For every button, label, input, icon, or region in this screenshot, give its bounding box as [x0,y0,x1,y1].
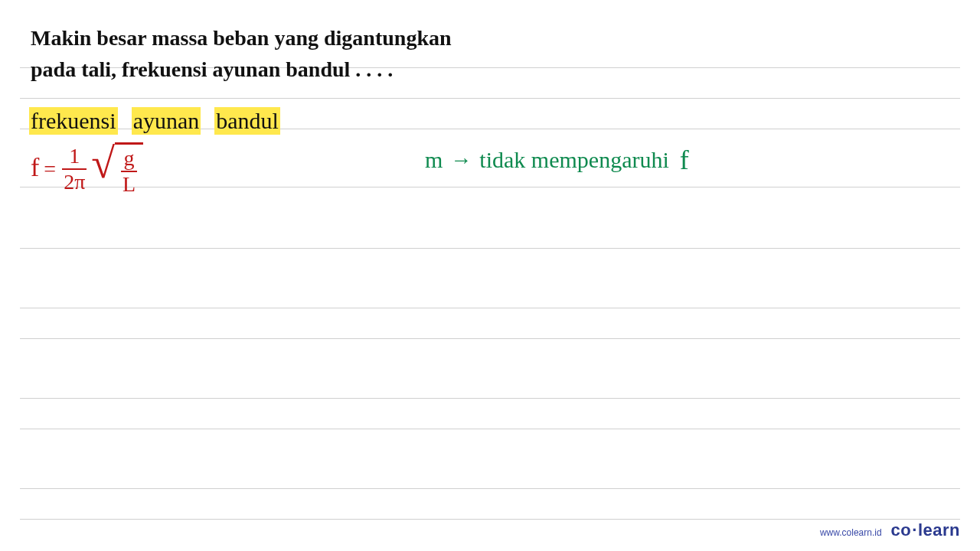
equals-sign: = [44,157,56,181]
brand-prefix: co [891,520,912,540]
question-line-1: Makin besar massa beban yang digantungka… [31,26,452,50]
radicand: g L [115,142,143,195]
brand-dot: · [912,520,917,540]
formula-lhs: f [31,153,39,182]
square-root: √ g L [91,142,143,195]
footer: www.colearn.id co·learn [820,520,960,540]
highlight-word-3: bandul [214,107,280,135]
highlight-word-2: ayunan [132,107,201,135]
fraction-numerator: 1 [67,145,81,167]
note-text: tidak mempengaruhi [479,147,668,173]
highlight-word-1: frekuensi [29,107,118,135]
fraction-one-over-two-pi: 1 2π [62,145,87,193]
brand-logo: co·learn [891,520,960,540]
arrow-icon: → [450,148,472,172]
radicand-denominator: L [121,174,137,195]
question-text: Makin besar massa beban yang digantungka… [31,23,521,85]
brand-suffix: learn [918,520,960,540]
frequency-symbol: f [680,144,689,176]
fraction-g-over-l: g L [121,148,137,195]
radical-sign: √ [91,144,115,197]
radicand-numerator: g [122,148,136,169]
pendulum-frequency-formula: f = 1 2π √ g L [31,142,143,195]
mass-note: m → tidak mempengaruhi f [425,144,689,176]
question-line-2: pada tali, frekuensi ayunan bandul . . .… [31,57,393,81]
mass-symbol: m [425,147,443,173]
fraction-denominator: 2π [62,171,87,193]
footer-url: www.colearn.id [820,527,882,538]
highlighted-phrase: frekuensi ayunan bandul [29,107,280,135]
